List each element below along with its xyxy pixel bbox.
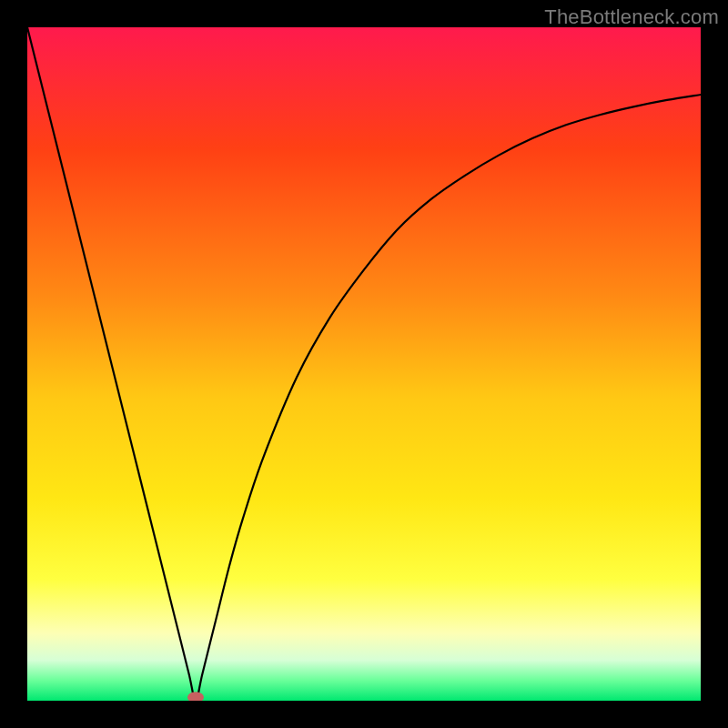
bottleneck-chart [27,27,701,701]
chart-frame: TheBottleneck.com [0,0,728,728]
gradient-background [27,27,701,701]
attribution-text: TheBottleneck.com [544,5,719,29]
